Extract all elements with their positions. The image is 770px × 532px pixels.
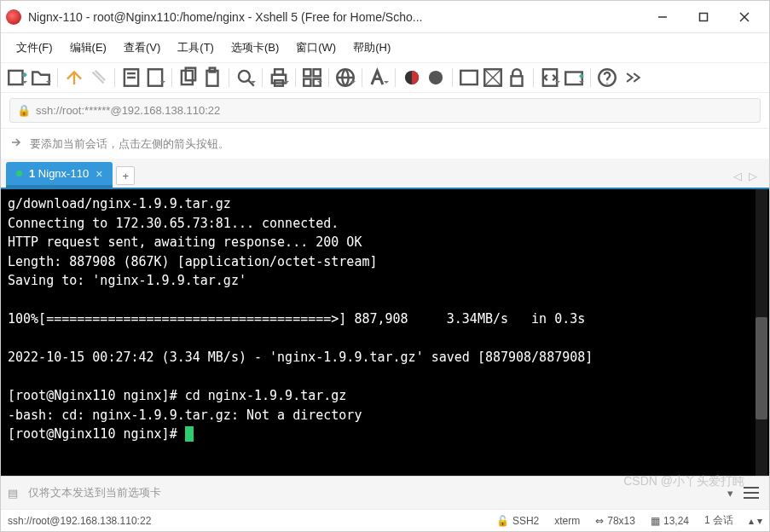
svg-point-15 [239, 71, 250, 82]
tab-next-button[interactable]: ▷ [749, 170, 757, 182]
svg-point-26 [429, 71, 443, 84]
status-pos: 13,24 [663, 515, 689, 527]
profile-button[interactable] [120, 66, 142, 89]
color-scheme-2-button[interactable] [425, 66, 447, 89]
lock-icon: 🔓 [496, 515, 509, 527]
svg-rect-1 [700, 13, 708, 20]
terminal-output: g/download/nginx-1.9.9.tar.gz Connecting… [8, 196, 593, 423]
lock-button[interactable] [506, 66, 528, 89]
help-button[interactable] [596, 66, 618, 89]
svg-rect-20 [304, 69, 310, 76]
statusbar: ssh://root@192.168.138.110:22 🔓SSH2 xter… [1, 509, 769, 531]
cursor [185, 426, 194, 442]
arrow-icon[interactable] [9, 136, 23, 152]
copy-button[interactable] [177, 66, 200, 89]
tabbar: 1 Nignx-110 × + ◁ ▷ [1, 159, 769, 188]
toolbar-overflow-button[interactable] [620, 66, 642, 89]
menubar: 文件(F) 编辑(E) 查看(V) 工具(T) 选项卡(B) 窗口(W) 帮助(… [1, 33, 769, 62]
app-icon [6, 9, 21, 25]
status-size: 78x13 [607, 515, 635, 527]
tab-label: Nignx-110 [38, 167, 89, 180]
paste-button[interactable] [201, 66, 223, 89]
address-input[interactable]: 🔒 ssh://root:******@192.168.138.110:22 [9, 98, 761, 123]
grid-icon: ▦ [651, 515, 660, 527]
menu-view[interactable]: 查看(V) [117, 37, 167, 59]
svg-rect-11 [182, 71, 193, 84]
menu-help[interactable]: 帮助(H) [346, 37, 397, 59]
svg-rect-21 [314, 69, 321, 76]
status-sessions: 1 会话 [704, 513, 733, 528]
new-session-button[interactable] [6, 66, 28, 89]
toolbar [1, 62, 769, 93]
encoding-button[interactable] [334, 66, 356, 89]
tab-active[interactable]: 1 Nignx-110 × [6, 162, 113, 188]
scroll-thumb[interactable] [756, 317, 767, 419]
status-protocol: SSH2 [512, 515, 539, 527]
maximize-button[interactable] [684, 4, 723, 30]
addressbar: 🔒 ssh://root:******@192.168.138.110:22 [1, 93, 769, 129]
send-dropdown[interactable]: ▾ [727, 487, 733, 500]
hint-text: 要添加当前会话，点击左侧的箭头按钮。 [30, 136, 229, 152]
chevron-up-icon[interactable]: ▴ [749, 515, 754, 527]
search-button[interactable] [234, 66, 257, 89]
menu-file[interactable]: 文件(F) [9, 37, 60, 59]
tab-add-button[interactable]: + [116, 166, 135, 185]
reconnect-button[interactable] [63, 66, 85, 89]
status-dot-icon [16, 171, 22, 176]
menu-edit[interactable]: 编辑(E) [63, 37, 113, 59]
terminal[interactable]: g/download/nginx-1.9.9.tar.gz Connecting… [1, 188, 769, 476]
status-term: xterm [554, 515, 580, 527]
lock-icon: 🔒 [17, 104, 31, 117]
font-button[interactable] [368, 66, 390, 89]
layout-button[interactable] [301, 66, 323, 89]
menu-tabs[interactable]: 选项卡(B) [224, 37, 286, 59]
tab-index: 1 [29, 167, 35, 180]
print-button[interactable] [268, 66, 290, 89]
window-title: Nignx-110 - root@Nginx110:/home/nginx - … [28, 10, 643, 24]
disconnect-button[interactable] [87, 66, 109, 89]
svg-rect-27 [460, 71, 478, 84]
svg-rect-23 [314, 79, 321, 86]
script-button[interactable] [539, 66, 561, 89]
close-button[interactable] [725, 4, 764, 30]
resize-icon: ⇔ [595, 515, 604, 527]
transparency-button[interactable] [482, 66, 504, 89]
titlebar: Nignx-110 - root@Nginx110:/home/nginx - … [1, 1, 769, 33]
chevron-down-icon[interactable]: ▾ [757, 515, 762, 527]
hintbar: 要添加当前会话，点击左侧的箭头按钮。 [1, 129, 769, 159]
svg-rect-10 [148, 69, 162, 86]
svg-rect-4 [9, 71, 22, 84]
inputbar: ▤ 仅将文本发送到当前选项卡 ▾ [1, 476, 769, 509]
menu-window[interactable]: 窗口(W) [289, 37, 343, 59]
scrollbar[interactable] [756, 189, 767, 476]
color-scheme-1-button[interactable] [401, 66, 423, 89]
address-text: ssh://root:******@192.168.138.110:22 [36, 104, 220, 117]
svg-line-16 [248, 80, 254, 86]
menu-tools[interactable]: 工具(T) [171, 37, 221, 59]
svg-rect-18 [275, 69, 283, 75]
profile-dropdown[interactable] [144, 66, 166, 89]
send-icon[interactable]: ▤ [8, 487, 18, 500]
svg-rect-29 [512, 76, 523, 85]
transfer-button[interactable] [563, 66, 585, 89]
fullscreen-button[interactable] [458, 66, 480, 89]
svg-rect-31 [565, 72, 582, 85]
hamburger-button[interactable] [740, 482, 762, 504]
send-input[interactable]: 仅将文本发送到当前选项卡 [25, 482, 721, 504]
minimize-button[interactable] [643, 4, 682, 30]
terminal-prompt: [root@Nginx110 nginx]# [8, 426, 185, 442]
status-connection: ssh://root@192.168.138.110:22 [8, 515, 481, 527]
svg-rect-22 [304, 79, 310, 86]
tab-close-button[interactable]: × [96, 168, 102, 180]
tab-prev-button[interactable]: ◁ [733, 170, 742, 182]
open-button[interactable] [30, 66, 52, 89]
